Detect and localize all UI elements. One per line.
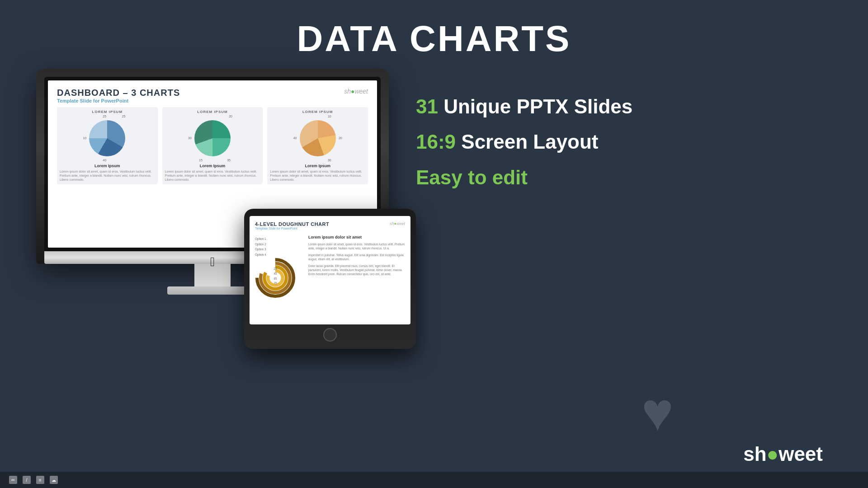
doughnut-container: Option 1 Option 2 Option 3 Option 4 bbox=[255, 235, 305, 300]
toolbar-slash-icon[interactable]: / bbox=[23, 476, 31, 484]
feature-number-2: 16:9 bbox=[416, 131, 456, 153]
svg-text:25: 25 bbox=[274, 267, 277, 270]
feature-number-1: 31 bbox=[416, 95, 438, 117]
chart-desc-3: Lorem Ipsum Lorem ipsum dolor sit amet, … bbox=[270, 164, 365, 182]
toolbar-list-icon[interactable]: ≡ bbox=[36, 476, 44, 484]
chart-label-2: LOREM IPSUM bbox=[165, 110, 260, 114]
slide-title: DASHBOARD – 3 CHARTS bbox=[57, 88, 180, 98]
tablet-content: Option 1 Option 2 Option 3 Option 4 bbox=[255, 235, 405, 300]
pie-num-2: 25 bbox=[122, 115, 126, 118]
pie-num-1: 25 bbox=[103, 115, 106, 118]
toolbar-cloud-icon[interactable]: ☁ bbox=[50, 476, 58, 484]
feature-text-2: Screen Layout bbox=[456, 131, 598, 153]
pie-num-g4: 35 bbox=[227, 159, 231, 162]
chart-desc-title-1: Lorem Ipsum bbox=[60, 164, 155, 168]
tablet: 4-Level Doughnut Chart Template Slide fo… bbox=[244, 209, 416, 349]
toolbar-pencil-icon[interactable]: ✏ bbox=[9, 476, 17, 484]
tablet-text-area: Lorem ipsum dolor sit amet Lorem ipsum d… bbox=[308, 235, 405, 300]
watermark: ♥ bbox=[642, 380, 674, 443]
pie-orange-wrapper: 10 20 30 40 bbox=[300, 120, 336, 156]
content-area: DASHBOARD – 3 CHARTS Template Slide for … bbox=[0, 69, 868, 295]
pie-blue-wrapper: 25 25 10 40 bbox=[89, 120, 125, 156]
pie-num-o1: 10 bbox=[328, 115, 331, 118]
tablet-header-left: 4-Level Doughnut Chart Template Slide fo… bbox=[255, 221, 329, 233]
feature-number-3: Easy to edit bbox=[416, 166, 528, 188]
option-2: Option 2 bbox=[255, 242, 305, 247]
feature-line-2: 16:9 Screen Layout bbox=[416, 131, 832, 153]
monitor-brand: sh●weet bbox=[344, 88, 368, 95]
feature-line-3: Easy to edit bbox=[416, 167, 832, 188]
chart-visual-2: 20 30 15 35 bbox=[165, 116, 260, 161]
chart-box-1: LOREM IPSUM 25 25 10 40 bbox=[57, 107, 158, 184]
pie-num-g2: 30 bbox=[188, 136, 192, 140]
feature-text-1: Unique PPTX Slides bbox=[438, 95, 632, 117]
tablet-outer: 4-Level Doughnut Chart Template Slide fo… bbox=[244, 209, 416, 349]
features-panel: 31 Unique PPTX Slides 16:9 Screen Layout… bbox=[416, 69, 832, 202]
chart-label-1: LOREM IPSUM bbox=[60, 110, 155, 114]
chart-label-3: LOREM IPSUM bbox=[270, 110, 365, 114]
chart-desc-title-3: Lorem Ipsum bbox=[270, 164, 365, 168]
tablet-brand-dot: ● bbox=[394, 221, 396, 226]
brand-dot: ● bbox=[351, 88, 354, 95]
tablet-slide-subtitle: Template Slide for PowerPoint bbox=[255, 227, 329, 230]
svg-text:45: 45 bbox=[274, 272, 277, 275]
chart-desc-2: Lorem Ipsum Lorem ipsum dolor sit amet, … bbox=[165, 164, 260, 182]
slide-subtitle: Template Slide for PowerPoint bbox=[57, 98, 180, 103]
option-4: Option 4 bbox=[255, 252, 305, 258]
pie-num-g3: 15 bbox=[199, 159, 203, 162]
showeet-brand-dot: ● bbox=[767, 443, 779, 465]
pie-num-4: 40 bbox=[103, 159, 106, 162]
pie-num-o2: 20 bbox=[339, 136, 342, 140]
tablet-home-button bbox=[323, 328, 337, 342]
chart-box-2: LOREM IPSUM 20 30 15 35 bbox=[162, 107, 263, 184]
tablet-screen: 4-Level Doughnut Chart Template Slide fo… bbox=[250, 216, 410, 324]
tablet-brand: sh●weet bbox=[390, 221, 405, 226]
pie-green-wrapper: 20 30 15 35 bbox=[194, 120, 231, 156]
bottom-toolbar: ✏ / ≡ ☁ bbox=[0, 472, 868, 488]
pie-chart-blue bbox=[89, 120, 125, 156]
watermark-heart-icon: ♥ bbox=[642, 381, 674, 442]
svg-text:75: 75 bbox=[274, 282, 277, 285]
tablet-text-para-2: Imperdiet in pulvinar. Tellus augue. Eli… bbox=[308, 253, 405, 261]
option-1: Option 1 bbox=[255, 236, 305, 242]
feature-line-1: 31 Unique PPTX Slides bbox=[416, 96, 832, 117]
chart-desc-title-2: Lorem Ipsum bbox=[165, 164, 260, 168]
pie-num-g1: 20 bbox=[229, 115, 232, 118]
page-title: DATA CHARTS bbox=[0, 0, 868, 60]
monitor-section: DASHBOARD – 3 CHARTS Template Slide for … bbox=[36, 69, 389, 295]
pie-chart-green bbox=[194, 120, 231, 156]
tablet-slide-title: 4-Level Doughnut Chart bbox=[255, 221, 329, 227]
chart-visual-3: 10 20 30 40 bbox=[270, 116, 365, 161]
tablet-header: 4-Level Doughnut Chart Template Slide fo… bbox=[255, 221, 405, 233]
tablet-text-para-1: Lorem ipsum dolor sit amet, quam id eros… bbox=[308, 242, 405, 250]
option-3: Option 3 bbox=[255, 247, 305, 252]
chart-desc-text-1: Lorem ipsum dolor sit amet, quam id eros… bbox=[60, 169, 155, 182]
chart-visual-1: 25 25 10 40 bbox=[60, 116, 155, 161]
tablet-text-title: Lorem ipsum dolor sit amet bbox=[308, 235, 405, 240]
charts-grid: LOREM IPSUM 25 25 10 40 bbox=[57, 107, 368, 184]
pie-num-o4: 40 bbox=[293, 136, 297, 140]
svg-text:65: 65 bbox=[274, 277, 277, 280]
tablet-options: Option 1 Option 2 Option 3 Option 4 bbox=[255, 236, 305, 258]
chart-desc-text-3: Lorem ipsum dolor sit amet, quam id eros… bbox=[270, 169, 365, 182]
slide-header: DASHBOARD – 3 CHARTS Template Slide for … bbox=[57, 88, 368, 103]
slide-header-left: DASHBOARD – 3 CHARTS Template Slide for … bbox=[57, 88, 180, 103]
showeet-brand: sh●weet bbox=[743, 443, 823, 465]
pie-num-3: 10 bbox=[83, 136, 86, 140]
chart-desc-1: Lorem Ipsum Lorem ipsum dolor sit amet, … bbox=[60, 164, 155, 182]
doughnut-chart-svg: 25 45 65 75 bbox=[255, 258, 296, 298]
pie-chart-orange bbox=[300, 120, 336, 156]
pie-num-o3: 30 bbox=[328, 159, 331, 162]
tablet-text-para-3: Dolor lacus gravida. Elit placerat risus… bbox=[308, 264, 405, 276]
chart-box-3: LOREM IPSUM 10 20 30 40 bbox=[267, 107, 368, 184]
chart-desc-text-2: Lorem ipsum dolor sit amet, quam id eros… bbox=[165, 169, 260, 182]
